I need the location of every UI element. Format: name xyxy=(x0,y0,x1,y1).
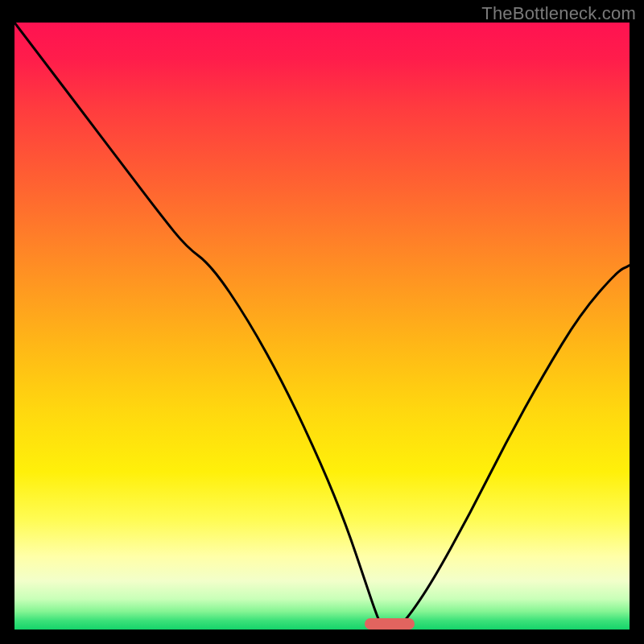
chart-frame: TheBottleneck.com xyxy=(0,0,644,644)
plot-area xyxy=(14,23,630,630)
watermark-text: TheBottleneck.com xyxy=(481,3,636,24)
bottleneck-curve xyxy=(14,23,630,630)
optimal-range-marker xyxy=(365,618,414,630)
